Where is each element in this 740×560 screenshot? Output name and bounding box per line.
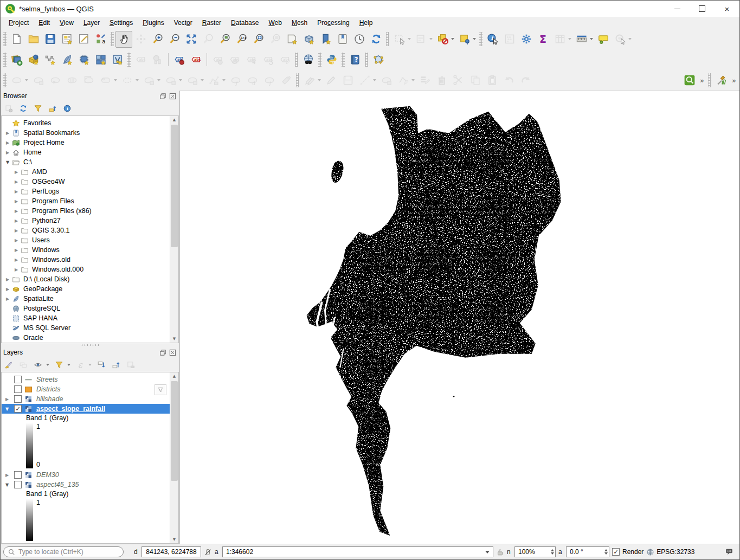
show-layout-manager-button[interactable] <box>75 31 92 48</box>
browser-item[interactable]: Oracle <box>2 333 170 343</box>
layers-scrollbar[interactable]: ▲ ▼ <box>170 372 178 543</box>
toolbar-handle[interactable] <box>479 32 482 46</box>
refresh-map-button[interactable] <box>368 31 384 48</box>
layer-row[interactable]: ▼aspect45_135 <box>2 480 170 490</box>
coordinate-input[interactable]: 841243, 6224788 <box>141 546 201 557</box>
expand-all-button[interactable] <box>95 359 108 371</box>
new-map-view-button[interactable] <box>284 31 300 48</box>
browser-item[interactable]: ▶Home <box>2 147 170 157</box>
locator-search-input[interactable]: Type to locate (Ctrl+K) <box>3 546 124 557</box>
open-project-button[interactable] <box>25 31 42 48</box>
toolbar-handle[interactable] <box>386 32 389 46</box>
zoom-to-layer-button[interactable] <box>216 31 233 48</box>
expander-icon[interactable]: ▶ <box>4 131 11 136</box>
rotate-label-button[interactable]: abc <box>260 52 276 68</box>
multi-edit-attributes-button[interactable] <box>416 72 433 89</box>
properties-button[interactable]: i <box>61 102 74 114</box>
browser-item[interactable]: MS SQL Server <box>2 323 170 333</box>
statistical-summary-button[interactable] <box>501 31 518 48</box>
capture-line-dropdown[interactable] <box>114 79 117 81</box>
toolbar-handle[interactable] <box>3 73 7 87</box>
minimize-button[interactable] <box>665 1 690 17</box>
maximize-button[interactable] <box>690 1 715 17</box>
menu-edit[interactable]: Edit <box>34 18 55 28</box>
delete-selected-button[interactable] <box>433 72 450 89</box>
expander-icon[interactable]: ▶ <box>12 218 20 223</box>
expander-icon[interactable]: ▼ <box>3 407 11 411</box>
open-layer-styling-button[interactable] <box>2 359 15 371</box>
filter-browser-button[interactable] <box>31 102 44 114</box>
browser-item[interactable]: ▶SpatiaLite <box>2 294 170 304</box>
scroll-up-icon[interactable]: ▲ <box>170 116 178 124</box>
select-features-dropdown[interactable] <box>408 38 411 40</box>
split-features-button[interactable] <box>356 72 373 89</box>
expander-icon[interactable]: ▶ <box>3 473 11 478</box>
layer-visibility-checkbox[interactable] <box>14 376 22 383</box>
expander-icon[interactable]: ▶ <box>12 199 20 204</box>
temporal-controller-button[interactable] <box>351 31 368 48</box>
expander-icon[interactable]: ▶ <box>12 170 20 175</box>
new-print-layout-button[interactable] <box>59 31 75 48</box>
browser-scrollbar[interactable]: ▲ ▼ <box>170 116 178 343</box>
fill-ring-button[interactable]: ∫ <box>227 72 244 89</box>
expander-icon[interactable]: ▶ <box>4 277 11 282</box>
open-attribute-table-button[interactable] <box>551 31 568 48</box>
deselect-features-dropdown[interactable] <box>451 38 454 40</box>
deselect-features-button[interactable] <box>434 31 451 48</box>
expander-icon[interactable]: ▼ <box>4 160 11 165</box>
menu-web[interactable]: Web <box>263 18 286 28</box>
menu-plugins[interactable]: Plugins <box>138 18 169 28</box>
show-hide-labels-button[interactable]: abc <box>226 52 243 68</box>
close-button[interactable]: × <box>715 1 739 17</box>
split-features-dropdown[interactable] <box>373 79 376 81</box>
new-mesh-layer-button[interactable] <box>109 52 126 68</box>
toolbar-overflow[interactable]: » <box>698 72 706 89</box>
expander-icon[interactable]: ▶ <box>3 397 11 402</box>
new-shapefile-layer-button[interactable] <box>42 52 59 68</box>
browser-item[interactable]: ▶Windows <box>2 245 170 255</box>
browser-item[interactable]: ▼C:\ <box>2 157 170 167</box>
refresh-browser-button[interactable] <box>17 102 30 114</box>
render-checkbox[interactable]: ✓ <box>612 548 620 556</box>
help-contents-button[interactable]: ? <box>346 52 363 68</box>
show-unplaced-labels-button[interactable] <box>149 52 166 68</box>
highlight-pinned-labels-button[interactable]: abc <box>132 52 149 68</box>
change-label-properties-button[interactable]: abc <box>276 52 293 68</box>
menu-project[interactable]: Project <box>4 18 34 28</box>
style-manager-button[interactable]: a <box>92 31 109 48</box>
add-ring-button[interactable]: d <box>244 72 261 89</box>
expander-icon[interactable]: ▶ <box>12 267 20 272</box>
digitize-ellipse-dropdown[interactable] <box>201 79 204 81</box>
browser-item[interactable]: ▶Windows.old <box>2 255 170 265</box>
layer-visibility-checkbox[interactable] <box>14 385 22 393</box>
expander-icon[interactable]: ▶ <box>4 150 11 155</box>
zoom-next-button[interactable] <box>267 31 284 48</box>
expander-icon[interactable]: ▶ <box>12 258 20 262</box>
collapse-all-layers-button[interactable] <box>110 359 123 371</box>
toolbar-handle[interactable] <box>342 53 345 67</box>
toolbar-handle[interactable] <box>318 53 321 67</box>
layer-visibility-checkbox[interactable] <box>14 481 22 488</box>
browser-item[interactable]: ▶Spatial Bookmarks <box>2 128 170 138</box>
open-attribute-table-dropdown[interactable] <box>568 38 571 40</box>
vertex-editor-dropdown[interactable] <box>411 79 415 81</box>
measure-dropdown[interactable] <box>590 38 593 40</box>
select-features-by-value-button[interactable] <box>413 31 429 48</box>
toolbar-handle[interactable] <box>295 53 298 67</box>
digitize-ellipse-button[interactable] <box>184 72 201 89</box>
zoom-level-plugin-button[interactable] <box>681 72 698 89</box>
toolbar-handle[interactable] <box>111 32 114 46</box>
filter-by-expression-button[interactable]: ε <box>74 359 87 371</box>
browser-item[interactable]: ▶OSGeo4W <box>2 177 170 186</box>
expander-icon[interactable]: ▶ <box>12 238 20 243</box>
digitize-with-segment-button[interactable] <box>63 72 80 89</box>
capture-line-button[interactable] <box>97 72 114 89</box>
expander-icon[interactable]: ▶ <box>12 179 20 184</box>
menu-database[interactable]: Database <box>226 18 263 28</box>
vertex-tool-current-layer-button[interactable] <box>323 72 339 89</box>
reshape-features-button[interactable] <box>278 72 294 89</box>
toggle-extents-icon[interactable] <box>204 548 212 556</box>
new-spatial-bookmark-button[interactable] <box>317 31 334 48</box>
menu-raster[interactable]: Raster <box>197 18 226 28</box>
move-label-button[interactable]: abc <box>243 52 260 68</box>
